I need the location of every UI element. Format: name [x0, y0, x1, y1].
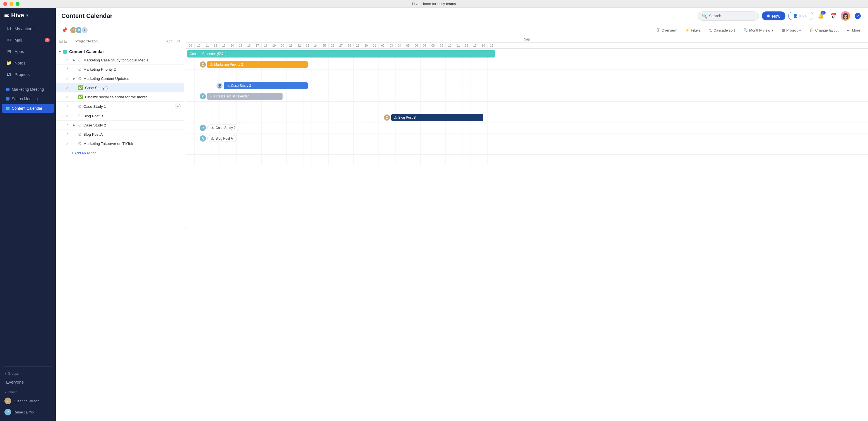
toolbar-left: 📌 Z R + — [61, 27, 650, 34]
table-row[interactable]: ↗ ▶ ⊙ Case Study 2 — [56, 121, 184, 130]
pin-button[interactable]: 📌 — [61, 27, 67, 33]
notifications-button[interactable]: 🔔 74 — [816, 11, 826, 21]
external-link-icon[interactable]: ↗ — [66, 105, 70, 108]
sidebar-logo[interactable]: Hive ▾ — [0, 8, 56, 23]
table-row[interactable]: ↗ ✅ Case Study 3 — [56, 83, 184, 92]
external-link-icon[interactable]: ↗ — [66, 86, 70, 90]
expand-icon[interactable]: ▶ — [72, 77, 76, 80]
search-input[interactable] — [709, 14, 755, 18]
sidebar-item-mail[interactable]: ✉ Mail 7 — [2, 35, 54, 46]
expand-icon[interactable]: ▶ — [72, 58, 76, 62]
table-row[interactable]: ↗ ▶ ⊙ Marketing Case Study for Social Me… — [56, 56, 184, 65]
table-row[interactable]: ↗ ▶ ⊙ Marketing Content Updates — [56, 74, 184, 83]
gantt-bar-content-calendar[interactable]: Content Calendar (537d) — [187, 50, 495, 57]
groups-section[interactable]: ▾ Groups — [0, 369, 56, 376]
external-link-icon[interactable]: ↗ — [66, 77, 70, 80]
monthly-view-button[interactable]: 🔍 Monthly view ▾ — [741, 27, 776, 33]
sidebar-item-label: My actions — [14, 26, 35, 31]
add-action-button[interactable]: + Add an action — [56, 148, 184, 158]
task-label: Case Study 1 — [84, 105, 106, 109]
sidebar-user-zuzanna[interactable]: Z Zuzanna Wilson — [0, 395, 56, 406]
sidebar: Hive ▾ ☑ My actions ✉ Mail 7 ⊞ Apps 📁 No… — [0, 8, 56, 421]
gantt-avatar: Z — [200, 61, 206, 67]
gantt-chip-case-study-2[interactable]: ⚠ Case Study 2 — [207, 124, 239, 131]
window-controls — [3, 2, 20, 6]
external-link-icon[interactable]: ↗ — [66, 123, 70, 127]
gantt-chart-area[interactable]: Sep 091011121314151617181920212223242526… — [186, 36, 868, 421]
panel-resize-handle[interactable]: ⋮ — [184, 36, 186, 421]
maximize-button[interactable] — [16, 2, 20, 6]
gantt-bar-finalize-social[interactable]: ✓ Finalize social calendar ... — [207, 93, 283, 100]
sidebar-item-status-meeting[interactable]: Status Meeting — [2, 94, 54, 103]
filters-button[interactable]: ⚡ Filters — [683, 27, 703, 33]
sidebar-item-marketing-meeting[interactable]: Marketing Meeting — [2, 85, 54, 94]
status-icon: ⊙ — [78, 132, 82, 137]
sidebar-item-apps[interactable]: ⊞ Apps — [2, 46, 54, 57]
chevron-down-icon-view: ▾ — [772, 28, 773, 32]
external-link-icon[interactable]: ↗ — [66, 114, 70, 118]
expand-icon[interactable]: ▶ — [72, 123, 76, 127]
project-button[interactable]: ⊞ Project ▾ — [780, 27, 803, 33]
external-link-icon[interactable]: ↗ — [66, 58, 70, 62]
sidebar-item-my-actions[interactable]: ☑ My actions — [2, 23, 54, 34]
gantt-bar-case-study-3[interactable]: ⚠ Case Study 3 — [224, 82, 308, 89]
add-collaborator-avatar[interactable]: + — [81, 27, 88, 34]
external-link-icon[interactable]: ↗ — [66, 142, 70, 145]
close-button[interactable] — [3, 2, 7, 6]
gantt-bar-marketing-priority-2[interactable]: ⚠ Marketing Priority 2 — [207, 61, 308, 68]
table-row[interactable]: ↗ ✅ Finalize social calendar for the mon… — [56, 92, 184, 102]
project-dot — [6, 97, 9, 101]
user-avatar-header[interactable]: 👩 — [841, 11, 850, 21]
settings-icon[interactable]: ⚙ — [177, 39, 181, 43]
table-row[interactable]: ↗ ⊙ Marketing Priority 2 — [56, 65, 184, 74]
new-button[interactable]: ⊕ New — [762, 11, 785, 20]
gantt-bar-blog-post-b[interactable]: ⚠ Blog Post B — [391, 114, 484, 121]
logo-caret[interactable]: ▾ — [26, 13, 28, 18]
sidebar-item-notes[interactable]: 📁 Notes — [2, 57, 54, 68]
gantt-day-cell: 02 — [379, 43, 387, 48]
column-add[interactable]: Add — [166, 39, 173, 43]
sidebar-item-content-calendar[interactable]: Content Calendar — [2, 104, 54, 113]
external-link-icon[interactable]: ↗ — [66, 67, 70, 71]
project-label: Content Calendar — [12, 106, 42, 111]
external-link-icon[interactable]: ↗ — [66, 95, 70, 99]
gantt-day-cell: 21 — [287, 43, 295, 48]
gantt-avatar: R — [200, 93, 206, 100]
task-label: Case Study 3 — [85, 86, 108, 90]
table-row[interactable]: ↗ ⊙ Case Study 1 + — [56, 102, 184, 111]
direct-section[interactable]: ▾ Direct — [0, 388, 56, 395]
add-subtask-button[interactable]: + — [175, 104, 181, 109]
mail-icon: ✉ — [6, 37, 12, 43]
overview-button[interactable]: ⓘ Overview — [654, 27, 679, 34]
sidebar-user-rebecca[interactable]: R Rebecca Yip — [0, 406, 56, 418]
calendar-button[interactable]: 📅 — [828, 11, 838, 21]
gantt-chip-blog-post-a[interactable]: ⚠ Blog Post A — [207, 135, 237, 142]
gantt-day-cell: 24 — [312, 43, 320, 48]
more-button[interactable]: ⋯ More — [844, 27, 862, 33]
gantt-day-cell: 23 — [304, 43, 312, 48]
external-link-icon[interactable]: ↗ — [66, 132, 70, 136]
task-label: Marketing Case Study for Social Media — [84, 58, 148, 62]
cascade-sort-button[interactable]: ⇅ Cascade sort — [707, 27, 737, 33]
change-layout-button[interactable]: 📋 Change layout — [807, 27, 841, 33]
mail-badge: 7 — [44, 38, 50, 42]
group-chevron-down[interactable]: ▾ — [59, 50, 61, 54]
gantt-body-row — [186, 102, 868, 112]
task-label: Blog Post B — [84, 114, 103, 118]
table-row[interactable]: ↗ ⊙ Blog Post A — [56, 130, 184, 139]
search-box[interactable]: 🔍 — [698, 11, 759, 21]
filter-icon: ⚡ — [685, 28, 689, 32]
minimize-button[interactable] — [9, 2, 13, 6]
table-row[interactable]: ↗ ⊙ Marketing Takeover on TikTok — [56, 139, 184, 148]
help-button[interactable]: ? — [853, 11, 862, 21]
group-name: Content Calendar — [69, 49, 104, 54]
gantt-day-cell: 28 — [345, 43, 354, 48]
expand-all-icon[interactable]: ⊞ — [59, 38, 63, 44]
sidebar-item-label: Notes — [14, 61, 25, 65]
table-row[interactable]: ↗ ⊙ Blog Post B — [56, 111, 184, 121]
task-label: Marketing Priority 2 — [84, 67, 116, 72]
sidebar-item-everyone[interactable]: Everyone — [2, 377, 54, 387]
invite-button[interactable]: 👤 Invite — [788, 12, 813, 20]
gantt-day-cell: 11 — [454, 43, 462, 48]
sidebar-item-projects[interactable]: 🗂 Projects — [2, 69, 54, 80]
